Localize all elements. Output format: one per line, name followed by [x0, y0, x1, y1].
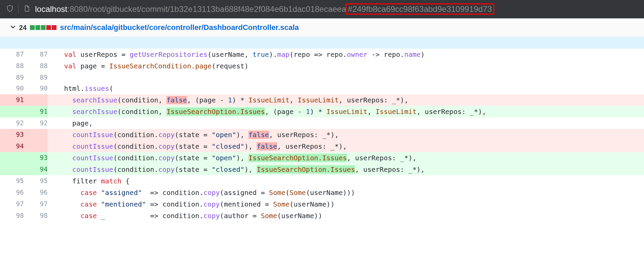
diff-row: 91 searchIssue(condition, false, (page -… [0, 94, 644, 106]
line-num-new[interactable]: 97 [24, 198, 48, 210]
line-num-new[interactable] [24, 94, 48, 106]
file-path-link[interactable]: src/main/scala/gitbucket/core/controller… [60, 23, 299, 32]
diff-box-del [46, 25, 51, 30]
code-cell[interactable]: case "mentioned" => condition.copy(menti… [48, 198, 644, 210]
line-num-new[interactable]: 87 [24, 49, 48, 60]
line-num-old [0, 37, 24, 49]
url-hash-highlighted: #249fb8ca69cc98f63abd9e3109919d73 [345, 3, 494, 15]
line-num-old[interactable]: 95 [0, 175, 24, 187]
code-cell[interactable]: val userRepos = getUserRepositories(user… [48, 49, 644, 60]
line-num-old[interactable]: 90 [0, 83, 24, 94]
shield-icon[interactable] [6, 5, 14, 14]
code-cell[interactable]: countIssue(condition.copy(state = "open"… [48, 129, 644, 141]
line-num-new[interactable]: 90 [24, 83, 48, 94]
diff-row: 9292 page, [0, 117, 644, 129]
line-num-new[interactable]: 96 [24, 187, 48, 198]
code-cell[interactable]: val page = IssueSearchCondition.page(req… [48, 60, 644, 72]
diff-row: 94 countIssue(condition.copy(state = "cl… [0, 141, 644, 152]
diff-table: 8787 val userRepos = getUserRepositories… [0, 37, 644, 222]
diff-box-add [35, 25, 40, 30]
diff-row: 8787 val userRepos = getUserRepositories… [0, 49, 644, 60]
line-num-old[interactable] [0, 106, 24, 117]
code-cell[interactable] [48, 72, 644, 83]
line-num-new[interactable]: 93 [24, 152, 48, 164]
diff-row: 9595 filter match { [0, 175, 644, 187]
line-num-new[interactable] [24, 129, 48, 141]
diff-box-del [52, 25, 57, 30]
code-cell[interactable]: page, [48, 117, 644, 129]
diff-row: 91 searchIssue(condition, IssueSearchOpt… [0, 106, 644, 117]
line-num-new[interactable]: 88 [24, 60, 48, 72]
code-cell[interactable]: case _ => condition.copy(author = Some(u… [48, 210, 644, 222]
line-num-new[interactable]: 92 [24, 117, 48, 129]
line-num-new[interactable]: 95 [24, 175, 48, 187]
change-count: 24 [19, 24, 27, 32]
diff-row: 9696 case "assigned" => condition.copy(a… [0, 187, 644, 198]
code-cell[interactable]: countIssue(condition.copy(state = "open"… [48, 152, 644, 164]
browser-address-bar: localhost:8080/root/gitbucket/commit/1b3… [0, 0, 644, 18]
diff-box-add [41, 25, 46, 30]
line-num-old[interactable]: 89 [0, 72, 24, 83]
line-num-old[interactable] [0, 152, 24, 164]
diff-row: 8989 [0, 72, 644, 83]
code-cell[interactable]: html.issues( [48, 83, 644, 94]
chevron-down-icon[interactable] [10, 24, 16, 31]
line-num-new[interactable]: 91 [24, 106, 48, 117]
line-num-new[interactable]: 89 [24, 72, 48, 83]
diff-file-header: 24 src/main/scala/gitbucket/core/control… [0, 18, 644, 37]
line-num-new[interactable]: 98 [24, 210, 48, 222]
line-num-old[interactable]: 96 [0, 187, 24, 198]
line-num-new[interactable] [24, 141, 48, 152]
code-cell[interactable]: searchIssue(condition, IssueSearchOption… [48, 106, 644, 117]
url-path: :8080/root/gitbucket/commit/1b32e13113ba… [67, 4, 346, 14]
code-cell[interactable]: countIssue(condition.copy(state = "close… [48, 141, 644, 152]
line-num-old[interactable] [0, 164, 24, 175]
code-cell[interactable]: case "assigned" => condition.copy(assign… [48, 187, 644, 198]
diff-stat-boxes [30, 25, 57, 30]
diff-row: 9797 case "mentioned" => condition.copy(… [0, 198, 644, 210]
line-num-old[interactable]: 91 [0, 94, 24, 106]
line-num-old[interactable]: 98 [0, 210, 24, 222]
diff-row: 9090 html.issues( [0, 83, 644, 94]
code-cell[interactable]: searchIssue(condition, false, (page - 1)… [48, 94, 644, 106]
line-num-new [24, 37, 48, 49]
diff-row: 93 countIssue(condition.copy(state = "op… [0, 129, 644, 141]
line-num-old[interactable]: 94 [0, 141, 24, 152]
line-num-old[interactable]: 87 [0, 49, 24, 60]
url-host: localhost [35, 4, 67, 14]
line-num-old[interactable]: 97 [0, 198, 24, 210]
diff-row: 8888 val page = IssueSearchCondition.pag… [0, 60, 644, 72]
diff-row: 9898 case _ => condition.copy(author = S… [0, 210, 644, 222]
line-num-old[interactable]: 93 [0, 129, 24, 141]
line-num-old[interactable]: 92 [0, 117, 24, 129]
diff-box-add [30, 25, 35, 30]
diff-row: 93 countIssue(condition.copy(state = "op… [0, 152, 644, 164]
diff-row [0, 37, 644, 49]
diff-row: 94 countIssue(condition.copy(state = "cl… [0, 164, 644, 175]
page-icon[interactable] [23, 5, 30, 13]
addressbar-divider [18, 4, 19, 14]
code-cell[interactable]: countIssue(condition.copy(state = "close… [48, 164, 644, 175]
line-num-new[interactable]: 94 [24, 164, 48, 175]
url-display[interactable]: localhost:8080/root/gitbucket/commit/1b3… [35, 4, 494, 14]
line-num-old[interactable]: 88 [0, 60, 24, 72]
code-cell[interactable]: filter match { [48, 175, 644, 187]
code-cell [48, 37, 644, 49]
